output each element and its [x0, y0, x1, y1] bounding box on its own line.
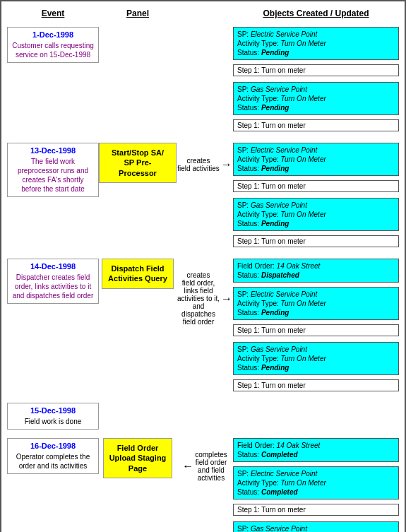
- field-order-dispatched-label: Field Order: 14 Oak Street: [237, 261, 395, 271]
- action-complete-text: completesfield orderand fieldactivities: [195, 451, 227, 482]
- date-16-dec: 16-Dec-1998: [12, 442, 94, 450]
- desc-15-dec: Field work is done: [12, 417, 94, 426]
- action-13-dec: createsfield activities →: [177, 143, 233, 172]
- arrow-icon-1: →: [221, 158, 232, 171]
- sp-electric-2-activity: Activity Type: Turn On Meter: [237, 155, 395, 164]
- action-15-dec: [177, 403, 233, 410]
- sp-gas-5-name: SP: Gas Service Point: [237, 524, 395, 532]
- desc-14-dec: Dispatcher creates field order, links ac…: [12, 273, 94, 300]
- field-order-dispatched: Field Order: 14 Oak Street Status: Dispa…: [233, 259, 399, 283]
- sp-electric-1-activity: Activity Type: Turn On Meter: [237, 39, 395, 48]
- objects-13-dec: SP: Electric Service Point Activity Type…: [233, 143, 399, 250]
- panel-16-dec: Field OrderUpload StagingPage: [99, 438, 177, 478]
- row-13-dec: 13-Dec-1998 The field work preprocessor …: [7, 143, 399, 250]
- sp-electric-5-name: SP: Electric Service Point: [237, 469, 395, 478]
- panel-box-dispatch[interactable]: Dispatch FieldActivities Query: [102, 259, 174, 289]
- event-16-dec: 16-Dec-1998 Operator completes the order…: [7, 438, 99, 474]
- sp-electric-2-name: SP: Electric Service Point: [237, 146, 395, 155]
- header-event: Event: [7, 8, 99, 18]
- sp-electric-5-activity: Activity Type: Turn On Meter: [237, 478, 395, 487]
- row-1-dec: 1-Dec-1998 Customer calls requesting ser…: [7, 27, 399, 134]
- step-gas-1: Step 1: Turn on meter: [233, 119, 399, 131]
- desc-13-dec: The field work preprocessor runs and cre…: [12, 157, 94, 194]
- panel-box-start-stop[interactable]: Start/Stop SA/SP Pre-Processor: [99, 143, 177, 183]
- panel-14-dec: Dispatch FieldActivities Query: [99, 259, 177, 289]
- sp-gas-3-activity: Activity Type: Turn On Meter: [237, 354, 395, 363]
- panel-box-upload[interactable]: Field OrderUpload StagingPage: [103, 438, 173, 478]
- desc-1-dec: Customer calls requesting service on 15-…: [12, 41, 94, 59]
- sp-electric-3-activity: Activity Type: Turn On Meter: [237, 299, 395, 308]
- sp-gas-1-status: Status: Pending: [237, 103, 395, 112]
- row-16-dec: 16-Dec-1998 Operator completes the order…: [7, 438, 399, 532]
- date-14-dec: 14-Dec-1998: [12, 262, 94, 271]
- sp-gas-1-activity: Activity Type: Turn On Meter: [237, 94, 395, 103]
- main-container: Event Panel Objects Created / Updated 1-…: [0, 0, 406, 532]
- objects-16-dec: Field Order: 14 Oak Street Status: Compl…: [233, 438, 399, 532]
- field-order-completed-label: Field Order: 14 Oak Street: [237, 441, 395, 450]
- action-1-dec: [177, 27, 233, 34]
- arrow-creates-fa: createsfield activities: [177, 157, 219, 172]
- step-electric-2: Step 1: Turn on meter: [233, 180, 399, 192]
- sp-electric-1-status: Status: Pending: [237, 48, 395, 57]
- objects-14-dec: Field Order: 14 Oak Street Status: Dispa…: [233, 259, 399, 394]
- objects-1-dec: SP: Electric Service Point Activity Type…: [233, 27, 399, 134]
- action-16-dec: ← completesfield orderand fieldactivitie…: [177, 438, 233, 482]
- panel-13-dec: Start/Stop SA/SP Pre-Processor: [99, 143, 177, 183]
- sp-electric-3-name: SP: Electric Service Point: [237, 290, 395, 299]
- step-gas-2: Step 1: Turn on meter: [233, 235, 399, 247]
- action-14-dec: createsfield order,links fieldactivities…: [177, 259, 233, 326]
- sp-gas-3: SP: Gas Service Point Activity Type: Tur…: [233, 342, 399, 375]
- sp-electric-3: SP: Electric Service Point Activity Type…: [233, 287, 399, 320]
- field-order-dispatched-status: Status: Dispatched: [237, 271, 395, 280]
- desc-16-dec: Operator completes the order and its act…: [12, 452, 94, 471]
- field-order-completed: Field Order: 14 Oak Street Status: Compl…: [233, 438, 399, 462]
- sp-gas-2-name: SP: Gas Service Point: [237, 201, 395, 210]
- event-14-dec: 14-Dec-1998 Dispatcher creates field ord…: [7, 259, 99, 304]
- sp-gas-3-name: SP: Gas Service Point: [237, 345, 395, 354]
- event-1-dec: 1-Dec-1998 Customer calls requesting ser…: [7, 27, 99, 63]
- header-objects: Objects Created / Updated: [233, 8, 399, 18]
- sp-electric-2-status: Status: Pending: [237, 164, 395, 173]
- arrow-icon-2: →: [221, 292, 232, 305]
- sp-gas-2-status: Status: Pending: [237, 219, 395, 228]
- step-gas-3: Step 1: Turn on meter: [233, 379, 399, 391]
- header-panel: Panel: [99, 8, 177, 18]
- event-13-dec: 13-Dec-1998 The field work preprocessor …: [7, 143, 99, 197]
- sp-electric-3-status: Status: Pending: [237, 308, 395, 317]
- sp-gas-1-name: SP: Gas Service Point: [237, 85, 395, 94]
- field-order-completed-status: Status: Completed: [237, 450, 395, 459]
- sp-gas-2: SP: Gas Service Point Activity Type: Tur…: [233, 198, 399, 231]
- sp-gas-2-activity: Activity Type: Turn On Meter: [237, 210, 395, 219]
- date-1-dec: 1-Dec-1998: [12, 30, 94, 39]
- column-headers: Event Panel Objects Created / Updated: [7, 8, 399, 21]
- sp-electric-1-name: SP: Electric Service Point: [237, 30, 395, 39]
- step-electric-5: Step 1: Turn on meter: [233, 504, 399, 516]
- sp-gas-1: SP: Gas Service Point Activity Type: Tur…: [233, 82, 399, 115]
- sp-gas-3-status: Status: Pending: [237, 363, 395, 372]
- action-dispatch-text: createsfield order,links fieldactivities…: [177, 271, 220, 326]
- date-13-dec: 13-Dec-1998: [12, 146, 94, 155]
- date-15-dec: 15-Dec-1998: [12, 406, 94, 415]
- sp-gas-5: SP: Gas Service Point Activity Type: Tur…: [233, 521, 399, 532]
- sp-electric-5: SP: Electric Service Point Activity Type…: [233, 466, 399, 500]
- step-electric-3: Step 1: Turn on meter: [233, 324, 399, 336]
- sp-electric-1: SP: Electric Service Point Activity Type…: [233, 27, 399, 60]
- row-15-dec: 15-Dec-1998 Field work is done: [7, 403, 399, 430]
- step-electric-1: Step 1: Turn on meter: [233, 64, 399, 76]
- row-14-dec: 14-Dec-1998 Dispatcher creates field ord…: [7, 259, 399, 394]
- event-15-dec: 15-Dec-1998 Field work is done: [7, 403, 99, 430]
- sp-electric-2: SP: Electric Service Point Activity Type…: [233, 143, 399, 176]
- sp-electric-5-status: Status: Completed: [237, 487, 395, 497]
- arrow-icon-3: ←: [182, 460, 193, 473]
